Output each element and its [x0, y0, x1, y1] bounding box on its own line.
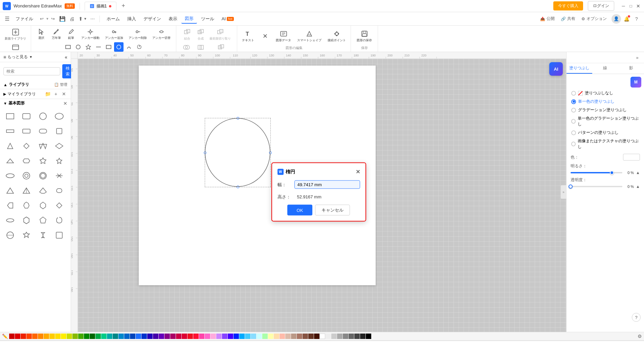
menu-tools[interactable]: ツール — [198, 15, 218, 23]
shape-item[interactable] — [52, 214, 66, 227]
menu-file[interactable]: ファイル — [12, 15, 37, 23]
color-swatch[interactable] — [205, 334, 210, 339]
shape-item[interactable] — [3, 184, 17, 197]
shape-item[interactable] — [36, 184, 50, 197]
my-library-close-btn[interactable]: ✕ — [61, 91, 67, 97]
save-shape-btn[interactable]: 図形の保存 — [355, 29, 374, 44]
help-icon-right[interactable]: ? — [632, 313, 641, 322]
save-local-btn[interactable]: 💾 — [58, 15, 67, 23]
menu-insert[interactable]: 挿入 — [124, 15, 139, 23]
publish-btn[interactable]: 📤公開 — [537, 15, 557, 23]
see-more-btn[interactable]: ≡ もっと見る ▼ — [3, 54, 32, 60]
close-shape-btn[interactable]: ✕ — [258, 31, 272, 42]
shape-item[interactable] — [20, 109, 33, 123]
color-swatch[interactable] — [331, 334, 337, 339]
shape-item[interactable] — [52, 228, 66, 242]
color-swatch[interactable] — [366, 334, 371, 339]
cancel-btn[interactable]: キャンセル — [315, 205, 350, 216]
tab-line[interactable]: 線 — [592, 63, 618, 74]
color-swatch[interactable] — [67, 334, 72, 339]
color-swatch[interactable] — [26, 334, 32, 339]
print-btn[interactable]: 🖨 — [68, 15, 76, 23]
color-swatch[interactable] — [113, 334, 118, 339]
menu-view[interactable]: 表示 — [165, 15, 181, 23]
anchor-move-btn[interactable]: アンカー移動 — [79, 27, 102, 42]
my-library-add-btn[interactable]: + — [52, 91, 59, 97]
shape-item[interactable] — [20, 214, 33, 227]
shape-circle2-btn[interactable] — [114, 42, 124, 52]
palette-settings-btn[interactable]: ⚙ — [638, 334, 642, 339]
shape-arc-btn[interactable] — [124, 42, 134, 52]
shape-item[interactable] — [3, 214, 17, 227]
color-swatch[interactable] — [78, 334, 84, 339]
shape-spiral-btn[interactable] — [134, 42, 144, 52]
shape-item[interactable] — [52, 169, 66, 182]
add-tab-btn[interactable]: + — [119, 2, 128, 10]
shape-item[interactable] — [20, 124, 33, 138]
color-swatch[interactable] — [234, 334, 239, 339]
shape-item[interactable] — [36, 109, 50, 123]
shape-item[interactable] — [52, 124, 66, 138]
color-swatch[interactable] — [9, 334, 15, 339]
shape-item[interactable] — [52, 109, 66, 123]
color-swatch[interactable] — [354, 334, 360, 339]
shape-item[interactable] — [36, 214, 50, 227]
color-swatch[interactable] — [222, 334, 227, 339]
color-swatch[interactable] — [141, 334, 147, 339]
color-swatch[interactable] — [38, 334, 43, 339]
buy-now-btn[interactable]: 今すぐ購入 — [553, 1, 583, 10]
color-swatch[interactable] — [90, 334, 95, 339]
menu-icon-back[interactable]: ☰ — [3, 15, 12, 23]
minimize-btn[interactable]: ─ — [620, 3, 626, 9]
more-btn[interactable]: ⋯ — [89, 15, 96, 22]
shape-item[interactable] — [20, 139, 33, 153]
fill-option-none[interactable]: 塗りつぶしなし — [569, 89, 641, 97]
color-swatch[interactable] — [130, 334, 135, 339]
shape-item[interactable] — [3, 124, 17, 138]
front-cut-btn[interactable]: 最前面切り取り — [207, 27, 233, 42]
shape-rect2-btn[interactable] — [104, 42, 113, 52]
color-swatch[interactable] — [95, 334, 101, 339]
transparency-up-btn[interactable]: ▲ — [636, 184, 640, 189]
color-swatch[interactable] — [182, 334, 187, 339]
color-swatch[interactable] — [153, 334, 158, 339]
basic-shapes-close-btn[interactable]: ✕ — [63, 101, 67, 106]
shape-item[interactable] — [20, 184, 33, 197]
color-swatch[interactable] — [101, 334, 107, 339]
expand-panel-btn[interactable]: » — [633, 53, 641, 62]
my-library-action-btn[interactable]: 📁 — [44, 91, 51, 97]
color-swatch[interactable] — [199, 334, 204, 339]
color-swatch[interactable] — [164, 334, 170, 339]
shape-star-btn[interactable] — [84, 42, 93, 52]
shape-item[interactable] — [3, 228, 17, 242]
anchor-delete-btn[interactable]: アンカー削除 — [127, 27, 149, 42]
shape-item[interactable] — [52, 139, 66, 153]
color-swatch[interactable] — [32, 334, 38, 339]
color-swatch[interactable] — [193, 334, 199, 339]
my-library-btn[interactable]: ▶ マイライブラリ — [3, 91, 36, 97]
shape-item[interactable] — [3, 139, 17, 153]
shape-item[interactable] — [20, 228, 33, 242]
undo-dropdown[interactable]: ▼ — [46, 17, 49, 21]
shape-item[interactable] — [36, 228, 50, 242]
color-swatch[interactable] — [147, 334, 153, 339]
color-swatch[interactable] — [326, 334, 331, 339]
compose-btn[interactable]: 合成 — [194, 27, 207, 42]
search-input[interactable] — [3, 67, 60, 75]
color-swatch[interactable] — [15, 334, 20, 339]
color-swatch[interactable] — [297, 334, 302, 339]
fill-option-solid[interactable]: 単一色の塗りつぶし — [569, 97, 641, 106]
tab-shadow[interactable]: 影 — [618, 63, 644, 74]
color-swatch[interactable] — [308, 334, 314, 339]
shape-item[interactable] — [36, 124, 50, 138]
color-swatch[interactable] — [136, 334, 141, 339]
manage-btn[interactable]: 📋 管理 — [54, 82, 67, 87]
color-swatch[interactable] — [107, 334, 112, 339]
color-swatch[interactable] — [61, 334, 66, 339]
shape-item[interactable] — [3, 199, 17, 212]
color-swatch[interactable] — [228, 334, 233, 339]
library-title-btn[interactable]: ▲ ライブラリ — [3, 82, 29, 88]
right-action-icon[interactable]: M — [569, 77, 641, 88]
color-swatch[interactable] — [176, 334, 181, 339]
user-avatar[interactable]: 👤 — [612, 14, 621, 24]
